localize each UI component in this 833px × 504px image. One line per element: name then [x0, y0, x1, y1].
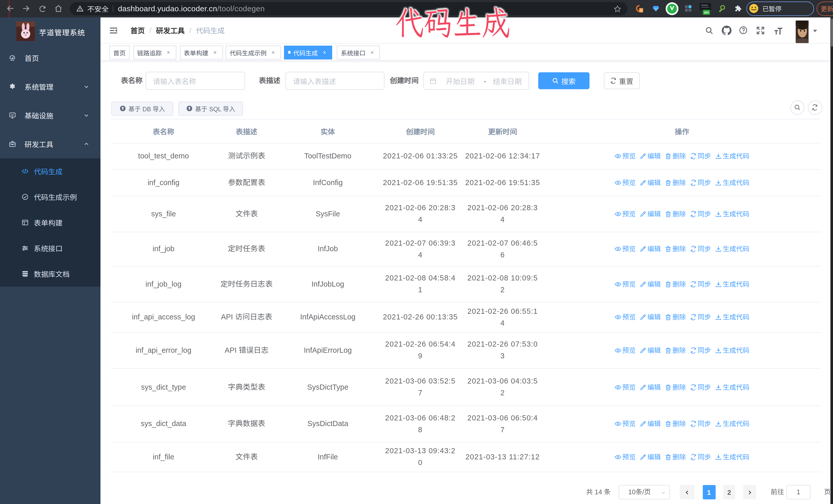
svg-text:1: 1 [640, 9, 642, 13]
svg-text:on: on [704, 10, 709, 14]
